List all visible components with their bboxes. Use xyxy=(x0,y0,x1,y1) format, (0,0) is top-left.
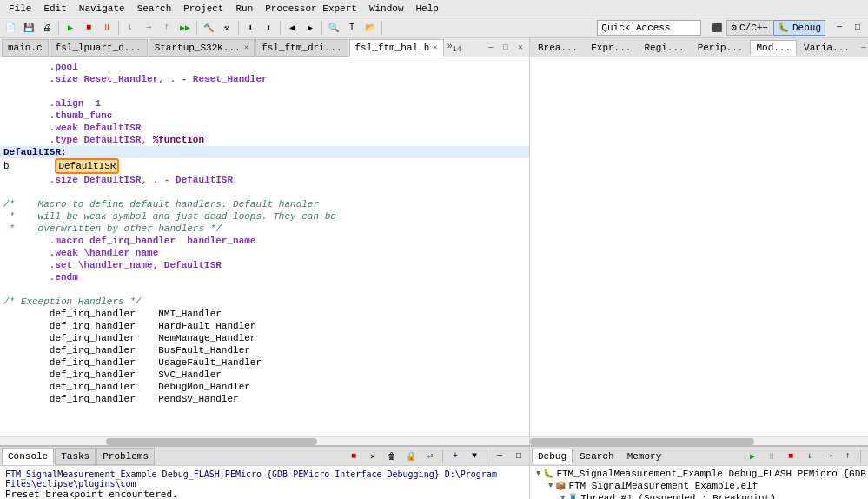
menu-window[interactable]: Window xyxy=(364,3,409,15)
step-return-button[interactable]: ↑ xyxy=(158,19,176,37)
tab-maximize-btn[interactable]: □ xyxy=(499,41,513,55)
stop-button[interactable]: ■ xyxy=(80,19,97,37)
new-button[interactable]: 📄 xyxy=(2,19,19,37)
debug-tab-memory[interactable]: Memory xyxy=(621,449,668,464)
tab-console[interactable]: Console xyxy=(2,448,54,465)
debug-tab-expr[interactable]: Expr... xyxy=(585,40,637,56)
perspective-debug-btn[interactable]: 🐛 Debug xyxy=(773,20,825,36)
next-annotation-button[interactable]: ⬇ xyxy=(242,19,259,37)
show-console-btn[interactable]: ▼ xyxy=(466,448,483,465)
save-button[interactable]: 💾 xyxy=(20,19,37,37)
menu-navigate[interactable]: Navigate xyxy=(74,3,130,15)
tree-item-0[interactable]: ▼ 🐛 FTM_SignalMeasurement_Example Debug_… xyxy=(530,468,868,480)
debug-tab-debug[interactable]: Debug xyxy=(532,449,573,464)
tab-overflow[interactable]: »14 xyxy=(445,42,464,54)
resume-button[interactable]: ▶▶ xyxy=(176,19,194,37)
code-line-10: .size DefaultISR, . - DefaultISR xyxy=(0,174,529,186)
tab-fsl-ftm-hal[interactable]: fsl_ftm_hal.h ✕ xyxy=(349,39,444,57)
tab-controls: ─ □ ✕ xyxy=(484,41,527,55)
step-return-tree-btn[interactable]: ↑ xyxy=(839,448,857,465)
code-text-2: .size Reset_Handler, . - Reset_Handler xyxy=(3,73,526,85)
perspective-cc-btn[interactable]: ⚙ C/C++ xyxy=(726,20,772,36)
tree-expand-btn[interactable]: ⊕ xyxy=(865,448,868,465)
prev-annotation-button[interactable]: ⬆ xyxy=(260,19,277,37)
tab-fsl-ftm-hal-close[interactable]: ✕ xyxy=(433,43,437,52)
code-line-15: .macro def_irq_handler handler_name xyxy=(0,235,529,247)
step-over-button[interactable]: → xyxy=(140,19,157,37)
debug-tab-search[interactable]: Search xyxy=(573,449,620,464)
editor-h-scrollbar-thumb[interactable] xyxy=(106,438,318,445)
menu-file[interactable]: File xyxy=(3,3,36,15)
code-line-1: .pool xyxy=(0,61,529,73)
tab-minimize-btn[interactable]: ─ xyxy=(484,41,498,55)
cc-icon: ⚙ xyxy=(731,22,737,33)
code-text-8: DefaultISR: xyxy=(3,146,526,158)
tab-tasks[interactable]: Tasks xyxy=(55,448,96,465)
print-button[interactable]: 🖨 xyxy=(38,19,56,37)
open-resource-button[interactable]: 📂 xyxy=(361,19,379,37)
tab-main-c[interactable]: main.c xyxy=(2,39,49,57)
debug-tab-perip[interactable]: Perip... xyxy=(692,40,750,56)
tab-startup-close[interactable]: ✕ xyxy=(244,43,248,52)
word-wrap-btn[interactable]: ⏎ xyxy=(421,448,439,465)
debug-button[interactable]: ▶ xyxy=(62,19,79,37)
debug-top-h-scrollbar[interactable] xyxy=(530,436,868,445)
tab-fsl-ftm-dri[interactable]: fsl_ftm_dri... xyxy=(255,39,348,57)
open-type-button[interactable]: T xyxy=(343,19,361,37)
quick-access-box[interactable]: Quick Access xyxy=(597,20,701,36)
suspend-button[interactable]: ⏸ xyxy=(98,19,116,37)
menu-processor-expert[interactable]: Processor Expert xyxy=(260,3,362,15)
debug-tree-content: ▼ 🐛 FTM_SignalMeasurement_Example Debug_… xyxy=(530,466,868,499)
perspective-icon-btn[interactable]: ⬛ xyxy=(708,19,726,37)
debug-tab-regi[interactable]: Regi... xyxy=(638,40,690,56)
debug-top-minimize-btn[interactable]: ─ xyxy=(857,41,868,55)
remove-btn[interactable]: ✕ xyxy=(364,448,381,465)
terminate-btn[interactable]: ■ xyxy=(345,448,362,465)
clear-btn[interactable]: 🗑 xyxy=(383,448,401,465)
debug-tab-brea[interactable]: Brea... xyxy=(532,40,584,56)
debug-tab-mod[interactable]: Mod... xyxy=(750,40,797,56)
separator-6 xyxy=(321,21,322,35)
debug-top-h-scrollbar-thumb[interactable] xyxy=(530,438,754,445)
tab-problems[interactable]: Problems xyxy=(96,448,155,465)
tab-fsl-lpuart[interactable]: fsl_lpuart_d... xyxy=(50,39,148,57)
tab-startup[interactable]: Startup_S32K... ✕ xyxy=(149,39,255,57)
code-text-12: /* Macro to define default handlers. Def… xyxy=(3,198,526,210)
menu-edit[interactable]: Edit xyxy=(38,3,71,15)
suspend-tree-btn[interactable]: ⏸ xyxy=(763,448,780,465)
menu-help[interactable]: Help xyxy=(411,3,444,15)
new-console-btn[interactable]: + xyxy=(447,448,464,465)
build-all-button[interactable]: ⚒ xyxy=(218,19,235,37)
tree-item-2[interactable]: ▼ 🧵 Thread #1 (Suspended : Breakpoint) xyxy=(530,492,868,499)
code-area[interactable]: .pool .size Reset_Handler, . - Reset_Han… xyxy=(0,57,529,436)
step-over-tree-btn[interactable]: → xyxy=(820,448,838,465)
tree-item-1[interactable]: ▼ 📦 FTM_SignalMeasurement_Example.elf xyxy=(530,480,868,492)
scroll-lock-btn[interactable]: 🔒 xyxy=(402,448,420,465)
debug-tab-varia[interactable]: Varia... xyxy=(798,40,856,56)
minimize-editor-btn[interactable]: ─ xyxy=(831,19,848,37)
resume-tree-btn[interactable]: ▶ xyxy=(744,448,761,465)
search-button[interactable]: 🔍 xyxy=(325,19,342,37)
code-text-14: * overwritten by other handlers */ xyxy=(3,223,526,235)
console-minimize-btn[interactable]: ─ xyxy=(491,448,508,465)
code-line-8: DefaultISR: xyxy=(0,146,529,158)
step-into-tree-btn[interactable]: ↓ xyxy=(801,448,818,465)
tab-close-btn[interactable]: ✕ xyxy=(514,41,527,55)
terminate-tree-btn[interactable]: ■ xyxy=(782,448,799,465)
tree-icon-2: 🧵 xyxy=(567,493,578,499)
con-sep2 xyxy=(487,449,487,463)
editor-h-scrollbar[interactable] xyxy=(0,436,529,445)
console-tab-bar: Console Tasks Problems ■ ✕ 🗑 🔒 ⏎ + ▼ ─ □ xyxy=(0,447,529,466)
console-maximize-btn[interactable]: □ xyxy=(510,448,527,465)
menu-run[interactable]: Run xyxy=(230,3,258,15)
code-text-4: .align 1 xyxy=(3,97,526,110)
forward-button[interactable]: ▶ xyxy=(301,19,319,37)
debug-top-content xyxy=(530,57,868,436)
menu-project[interactable]: Project xyxy=(178,3,229,15)
step-into-button[interactable]: ↓ xyxy=(122,19,139,37)
tree-label-1: FTM_SignalMeasurement_Example.elf xyxy=(568,481,758,491)
maximize-editor-btn[interactable]: □ xyxy=(849,19,866,37)
back-button[interactable]: ◀ xyxy=(283,19,301,37)
build-button[interactable]: 🔨 xyxy=(200,19,217,37)
menu-search[interactable]: Search xyxy=(132,3,177,15)
